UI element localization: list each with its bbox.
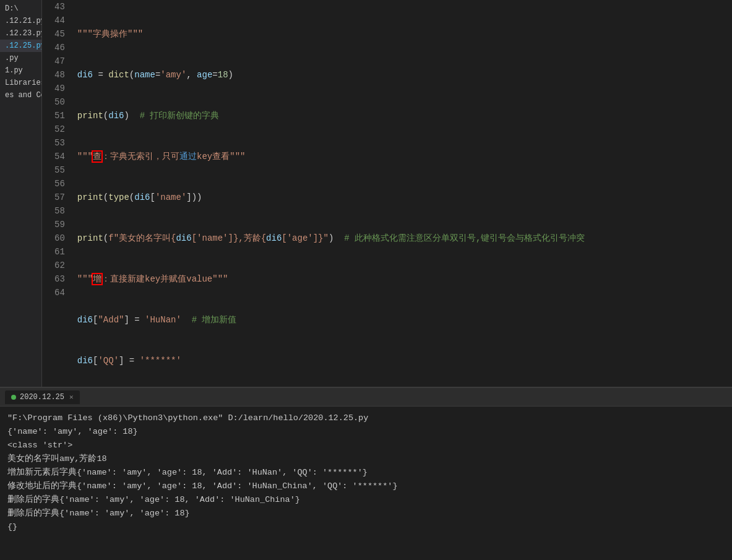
code-lines[interactable]: """字典操作""" di6 = dict(name='amy', age=18…	[72, 0, 732, 387]
terminal-line-3: <class 'str'>	[7, 439, 725, 452]
line-numbers: 43 44 45 46 47 48 49 50 51 52 53 54 55 5…	[42, 0, 72, 387]
sidebar-item-2[interactable]: .12.21.py	[0, 15, 41, 27]
terminal-tab-bar: 2020.12.25 ✕	[0, 388, 732, 407]
terminal-line-5: 增加新元素后字典{'name': 'amy', 'age': 18, 'Add'…	[7, 466, 725, 480]
sidebar-item-6[interactable]: 1.py	[0, 64, 41, 77]
terminal-line-8: 删除后的字典{'name': 'amy', 'age': 18}	[7, 507, 725, 520]
terminal-output[interactable]: "F:\Program Files (x86)\Python3\python.e…	[0, 407, 732, 560]
terminal-line-4: 美女的名字叫amy,芳龄18	[7, 452, 725, 466]
file-sidebar: D:\ .12.21.py .12.23.py .12.25.py .py 1.…	[0, 0, 42, 387]
terminal-line-9: {}	[7, 520, 725, 534]
terminal-tab-label: 2020.12.25	[20, 393, 64, 402]
sidebar-item-8[interactable]: es and Co	[0, 89, 41, 101]
terminal-line-1: "F:\Program Files (x86)\Python3\python.e…	[7, 411, 725, 425]
code-editor: 43 44 45 46 47 48 49 50 51 52 53 54 55 5…	[42, 0, 732, 387]
terminal-status-dot	[11, 395, 16, 400]
sidebar-item-1[interactable]: D:\	[0, 2, 41, 15]
editor-area: D:\ .12.21.py .12.23.py .12.25.py .py 1.…	[0, 0, 732, 387]
sidebar-item-4[interactable]: .12.25.py	[0, 40, 41, 52]
terminal-line-6: 修改地址后的字典{'name': 'amy', 'age': 18, 'Add'…	[7, 480, 725, 493]
terminal-panel: 2020.12.25 ✕ "F:\Program Files (x86)\Pyt…	[0, 387, 732, 560]
sidebar-item-7[interactable]: Libraries	[0, 77, 41, 89]
terminal-close-icon[interactable]: ✕	[69, 393, 74, 401]
terminal-line-7: 删除后的字典{'name': 'amy', 'age': 18, 'Add': …	[7, 493, 725, 507]
code-scroll-area[interactable]: 43 44 45 46 47 48 49 50 51 52 53 54 55 5…	[42, 0, 732, 387]
sidebar-item-3[interactable]: .12.23.py	[0, 27, 41, 40]
terminal-line-2: {'name': 'amy', 'age': 18}	[7, 425, 725, 439]
terminal-tab[interactable]: 2020.12.25 ✕	[5, 390, 80, 404]
sidebar-item-5[interactable]: .py	[0, 52, 41, 64]
